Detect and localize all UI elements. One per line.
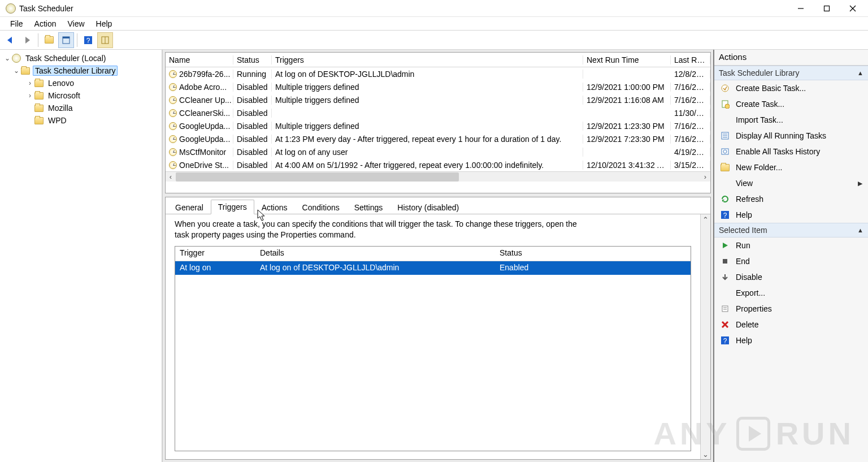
action-item[interactable]: Create Task... — [714, 96, 868, 112]
chevron-down-icon[interactable]: ⌄ — [12, 67, 20, 75]
tab-general[interactable]: General — [168, 200, 211, 214]
action-item[interactable]: View▶ — [714, 175, 868, 191]
scroll-right-icon[interactable]: › — [700, 172, 710, 182]
task-row[interactable]: Adobe Acro...DisabledMultiple triggers d… — [166, 80, 710, 93]
action-label: Properties — [736, 304, 772, 313]
scroll-track[interactable] — [176, 172, 700, 182]
task-row[interactable]: GoogleUpda...DisabledMultiple triggers d… — [166, 119, 710, 132]
help-icon: ? — [720, 210, 730, 220]
clock-icon — [169, 109, 177, 117]
action-item[interactable]: Disable — [714, 269, 868, 285]
trigger-row[interactable]: At log onAt log on of DESKTOP-JGLLJLD\ad… — [175, 261, 691, 275]
menu-view[interactable]: View — [62, 19, 90, 28]
col-name[interactable]: Name — [166, 55, 233, 64]
chevron-up-icon[interactable]: ▲ — [857, 227, 863, 234]
triggers-table[interactable]: Trigger Details Status At log onAt log o… — [175, 246, 691, 451]
col-nextrun[interactable]: Next Run Time — [583, 55, 671, 64]
folder-icon — [34, 105, 44, 112]
action-item[interactable]: Properties — [714, 301, 868, 317]
tree-item-microsoft[interactable]: › Microsoft — [0, 89, 162, 102]
toolbar-back-button[interactable] — [2, 32, 18, 48]
action-item[interactable]: Delete — [714, 317, 868, 333]
chevron-down-icon[interactable]: ⌄ — [3, 54, 11, 62]
folder-icon — [34, 92, 44, 100]
action-item[interactable]: End — [714, 253, 868, 269]
action-label: Export... — [736, 288, 765, 297]
chevron-right-icon[interactable]: › — [26, 79, 34, 87]
chevron-up-icon[interactable]: ▲ — [857, 70, 863, 76]
action-item[interactable]: Import Task... — [714, 112, 868, 128]
blank-icon — [720, 178, 730, 188]
col-triggers[interactable]: Triggers — [272, 55, 583, 64]
tree-item-lenovo[interactable]: › Lenovo — [0, 77, 162, 89]
actions-pane: Actions Task Scheduler Library ▲ Create … — [713, 50, 868, 462]
action-item[interactable]: Display All Running Tasks — [714, 128, 868, 144]
col-details[interactable]: Details — [255, 247, 495, 261]
col-status[interactable]: Status — [233, 55, 272, 64]
folder-icon — [45, 36, 54, 44]
tree-item-label: Lenovo — [46, 79, 76, 88]
action-item[interactable]: ?Help — [714, 333, 868, 348]
scroll-thumb[interactable] — [176, 172, 459, 182]
folder-icon — [34, 80, 44, 87]
tab-actions[interactable]: Actions — [254, 200, 295, 214]
refresh-icon — [720, 194, 730, 204]
tree-pane[interactable]: ⌄ Task Scheduler (Local) ⌄ Task Schedule… — [0, 50, 163, 462]
action-item[interactable]: ?Help — [714, 207, 868, 223]
task-row[interactable]: 26b799fa-26...RunningAt log on of DESKTO… — [166, 67, 710, 80]
tree-item-wpd[interactable]: WPD — [0, 114, 162, 127]
tree-library[interactable]: ⌄ Task Scheduler Library — [0, 64, 162, 77]
action-item[interactable]: Run — [714, 238, 868, 253]
scroll-left-icon[interactable]: ‹ — [166, 172, 176, 182]
tab-triggers[interactable]: Triggers — [211, 200, 254, 214]
menu-file[interactable]: File — [5, 19, 29, 28]
task-row[interactable]: CCleanerSki...Disabled11/30/199 — [166, 106, 710, 119]
action-item[interactable]: Export... — [714, 285, 868, 301]
tab-conditions[interactable]: Conditions — [295, 200, 347, 214]
close-button[interactable] — [840, 0, 866, 17]
col-trigger[interactable]: Trigger — [175, 247, 255, 261]
action-item[interactable]: New Folder... — [714, 159, 868, 175]
actions-section-selected[interactable]: Selected Item ▲ — [714, 223, 868, 238]
task-row[interactable]: OneDrive St...DisabledAt 4:00 AM on 5/1/… — [166, 158, 710, 171]
center-pane: Name Status Triggers Next Run Time Last … — [163, 50, 713, 462]
tab-settings[interactable]: Settings — [347, 200, 390, 214]
task-row[interactable]: GoogleUpda...DisabledAt 1:23 PM every da… — [166, 132, 710, 145]
maximize-button[interactable] — [814, 0, 840, 17]
tasks-list[interactable]: Name Status Triggers Next Run Time Last … — [165, 52, 711, 193]
tree-root[interactable]: ⌄ Task Scheduler (Local) — [0, 52, 162, 64]
svg-text:?: ? — [723, 337, 727, 345]
clock-icon — [169, 135, 177, 143]
toolbar-forward-button[interactable] — [19, 32, 35, 48]
task-row[interactable]: CCleaner Up...DisabledMultiple triggers … — [166, 93, 710, 106]
action-item[interactable]: Enable All Tasks History — [714, 144, 868, 159]
svg-rect-22 — [722, 306, 728, 312]
action-label: Delete — [736, 320, 758, 329]
tasks-h-scrollbar[interactable]: ‹ › — [166, 171, 710, 182]
help-icon: ? — [720, 335, 730, 346]
minimize-button[interactable] — [788, 0, 814, 17]
task-lastrun: 12/8/2021 — [671, 70, 710, 79]
menu-help[interactable]: Help — [90, 19, 118, 28]
tab-history[interactable]: History (disabled) — [390, 200, 466, 214]
action-item[interactable]: Create Basic Task... — [714, 80, 868, 96]
svg-text:?: ? — [86, 37, 90, 45]
chevron-right-icon[interactable]: › — [26, 92, 34, 100]
task-status: Running — [233, 70, 272, 79]
task-status: Disabled — [233, 148, 272, 157]
clock-icon — [169, 83, 177, 91]
toolbar-up-button[interactable] — [41, 32, 57, 48]
scroll-up-icon[interactable]: ⌃ — [701, 214, 710, 224]
tree-item-mozilla[interactable]: Mozilla — [0, 102, 162, 114]
toolbar-help-button[interactable]: ? — [80, 32, 96, 48]
col-lastrun[interactable]: Last Run T — [671, 55, 710, 64]
action-item[interactable]: Refresh — [714, 191, 868, 207]
task-row[interactable]: MsCtfMonitorDisabledAt log on of any use… — [166, 145, 710, 158]
actions-section-library[interactable]: Task Scheduler Library ▲ — [714, 66, 868, 80]
menu-action[interactable]: Action — [29, 19, 62, 28]
toolbar-pane-button[interactable] — [97, 32, 113, 48]
task-nextrun: 12/10/2021 3:41:32 AM — [583, 161, 671, 170]
toolbar-show-hide-button[interactable] — [58, 32, 74, 48]
col-status[interactable]: Status — [495, 247, 545, 261]
task-lastrun: 3/15/2021 — [671, 161, 710, 170]
